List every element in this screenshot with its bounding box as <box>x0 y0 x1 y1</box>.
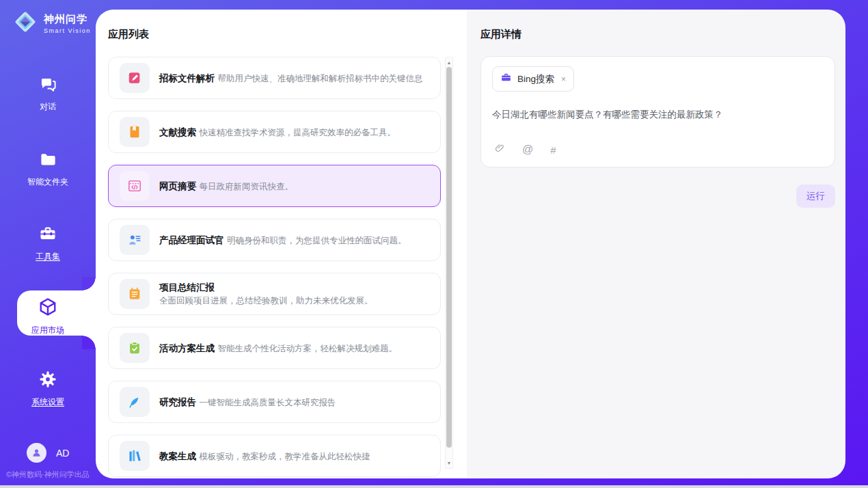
app-card-description: 每日政府新闻资讯快查。 <box>199 182 293 191</box>
app-card-selected[interactable]: 网页摘要 每日政府新闻资讯快查。 <box>108 165 441 207</box>
app-card-texts: 活动方案生成 智能生成个性化活动方案，轻松解决规划难题。 <box>159 342 397 355</box>
run-row: 运行 <box>467 185 835 208</box>
app-card[interactable]: 产品经理面试官 明确身份和职责，为您提供专业性的面试问题。 <box>108 219 441 261</box>
composer-toolbar: @ # <box>494 143 556 157</box>
app-card-texts: 文献搜索 快速精准查找学术资源，提高研究效率的必备工具。 <box>159 126 396 139</box>
app-card-texts: 产品经理面试官 明确身份和职责，为您提供专业性的面试问题。 <box>159 234 406 247</box>
app-detail-panel: 应用详情 Bing搜索 × 今日湖北有哪些新闻要点？有哪些需要关注的最新政策？ … <box>467 10 845 478</box>
app-card-title: 产品经理面试官 <box>159 235 224 245</box>
app-detail-title: 应用详情 <box>467 10 845 41</box>
app-card-title: 招标文件解析 <box>159 73 215 83</box>
cube-icon <box>38 308 58 319</box>
app-card[interactable]: 活动方案生成 智能生成个性化活动方案，轻松解决规划难题。 <box>108 327 441 369</box>
app-card-title: 网页摘要 <box>159 181 196 191</box>
content-area: 应用列表 招标文件解析 帮助用户快速、准确地理解和解析招标书中的关键信息 文献搜… <box>96 10 845 478</box>
app-card-description: 帮助用户快速、准确地理解和解析招标书中的关键信息 <box>217 74 422 83</box>
tool-chip-label: Bing搜索 <box>517 73 554 85</box>
sidebar-item-label: 应用市场 <box>0 325 96 336</box>
book-icon <box>120 117 150 147</box>
scroll-down-arrow-icon[interactable]: ▼ <box>446 459 452 467</box>
app-card-texts: 网页摘要 每日政府新闻资讯快查。 <box>159 180 293 193</box>
app-card-title: 文献搜索 <box>159 127 196 137</box>
app-card-texts: 研究报告 一键智能生成高质量长文本研究报告 <box>159 396 336 409</box>
sidebar-item-settings[interactable]: 系统设置 <box>0 370 96 408</box>
app-card-title: 活动方案生成 <box>159 343 215 353</box>
app-card-description: 一键智能生成高质量长文本研究报告 <box>199 398 336 407</box>
app-card[interactable]: 教案生成 模板驱动，教案秒成，教学准备从此轻松快捷 <box>108 435 441 477</box>
app-card-title: 教案生成 <box>159 451 196 461</box>
app-card-title: 项目总结汇报 <box>159 282 215 293</box>
app-card-description: 明确身份和职责，为您提供专业性的面试问题。 <box>227 236 407 245</box>
toolbox-icon <box>38 234 57 245</box>
app-card[interactable]: 项目总结汇报 全面回顾项目进展，总结经验教训，助力未来优化发展。 <box>108 273 441 315</box>
run-button[interactable]: 运行 <box>796 185 835 208</box>
window-bottom-edge <box>0 485 868 488</box>
sidebar-item-label: 系统设置 <box>0 396 96 408</box>
sidebar-item-app-market[interactable]: 应用市场 <box>0 297 96 336</box>
sidebar-item-chat[interactable]: 对话 <box>0 75 96 113</box>
chip-close-icon[interactable]: × <box>561 74 566 84</box>
user-initials: AD <box>56 448 69 459</box>
sidebar-item-label: 智能文件夹 <box>0 176 96 188</box>
clipboard-check-icon <box>120 333 150 363</box>
at-icon[interactable]: @ <box>522 144 533 156</box>
app-card-description: 全面回顾项目进展，总结经验教训，助力未来优化发展。 <box>159 296 373 306</box>
brand-text: 神州问学 Smart Vision <box>44 13 91 34</box>
sidebar: 神州问学 Smart Vision 对话 智能文件夹 工具集 <box>0 0 96 488</box>
browser-code-icon <box>120 171 150 201</box>
app-list-panel: 应用列表 招标文件解析 帮助用户快速、准确地理解和解析招标书中的关键信息 文献搜… <box>96 10 467 478</box>
active-highlight-fillet-bottom <box>82 336 96 349</box>
hash-icon[interactable]: # <box>550 144 556 156</box>
scrollbar-thumb[interactable] <box>446 67 452 448</box>
chat-icon <box>39 84 57 96</box>
brand-logo: 神州问学 Smart Vision <box>12 9 91 38</box>
tool-chip-bing-search[interactable]: Bing搜索 × <box>492 66 574 92</box>
sidebar-item-smart-folder[interactable]: 智能文件夹 <box>0 150 96 188</box>
copyright-text: ©神州数码·神州问学出品 <box>6 470 90 480</box>
app-card[interactable]: 文献搜索 快速精准查找学术资源，提高研究效率的必备工具。 <box>108 111 441 153</box>
brand-name: 神州问学 <box>44 13 91 26</box>
quill-icon <box>120 387 150 417</box>
avatar <box>27 443 46 463</box>
app-card-list: 招标文件解析 帮助用户快速、准确地理解和解析招标书中的关键信息 文献搜索 快速精… <box>96 57 467 478</box>
composer-card[interactable]: Bing搜索 × 今日湖北有哪些新闻要点？有哪些需要关注的最新政策？ @ # <box>480 56 835 167</box>
app-card-description: 快速精准查找学术资源，提高研究效率的必备工具。 <box>199 128 396 137</box>
sidebar-item-label: 对话 <box>0 101 96 113</box>
scrollbar: ▲ ▼ <box>445 57 453 469</box>
active-highlight-fillet-top <box>82 277 96 290</box>
app-list-title: 应用列表 <box>96 10 467 41</box>
app-card-title: 研究报告 <box>159 397 196 407</box>
interviewer-icon <box>120 225 150 255</box>
paperclip-icon[interactable] <box>494 143 505 157</box>
app-card-texts: 教案生成 模板驱动，教案秒成，教学准备从此轻松快捷 <box>159 450 370 463</box>
report-note-icon <box>120 279 150 309</box>
query-text[interactable]: 今日湖北有哪些新闻要点？有哪些需要关注的最新政策？ <box>492 109 824 121</box>
briefcase-icon <box>500 72 512 86</box>
books-icon <box>120 441 150 471</box>
app-window: 神州问学 Smart Vision 对话 智能文件夹 工具集 <box>0 0 868 488</box>
folder-icon <box>39 159 57 171</box>
app-card[interactable]: 招标文件解析 帮助用户快速、准确地理解和解析招标书中的关键信息 <box>108 57 441 99</box>
app-card-description: 模板驱动，教案秒成，教学准备从此轻松快捷 <box>199 452 370 461</box>
user-account[interactable]: AD <box>27 443 69 463</box>
app-card-texts: 项目总结汇报 全面回顾项目进展，总结经验教训，助力未来优化发展。 <box>159 281 429 307</box>
gear-icon <box>38 379 57 391</box>
diamond-logo-icon <box>12 9 38 38</box>
app-card-description: 智能生成个性化活动方案，轻松解决规划难题。 <box>217 344 397 353</box>
sidebar-item-label: 工具集 <box>0 251 96 262</box>
scroll-up-arrow-icon[interactable]: ▲ <box>446 58 452 67</box>
brand-subtitle: Smart Vision <box>44 27 91 34</box>
sidebar-item-toolset[interactable]: 工具集 <box>0 224 96 262</box>
edit-square-icon <box>120 63 150 93</box>
app-card-texts: 招标文件解析 帮助用户快速、准确地理解和解析招标书中的关键信息 <box>159 72 422 85</box>
app-card[interactable]: 研究报告 一键智能生成高质量长文本研究报告 <box>108 381 441 423</box>
